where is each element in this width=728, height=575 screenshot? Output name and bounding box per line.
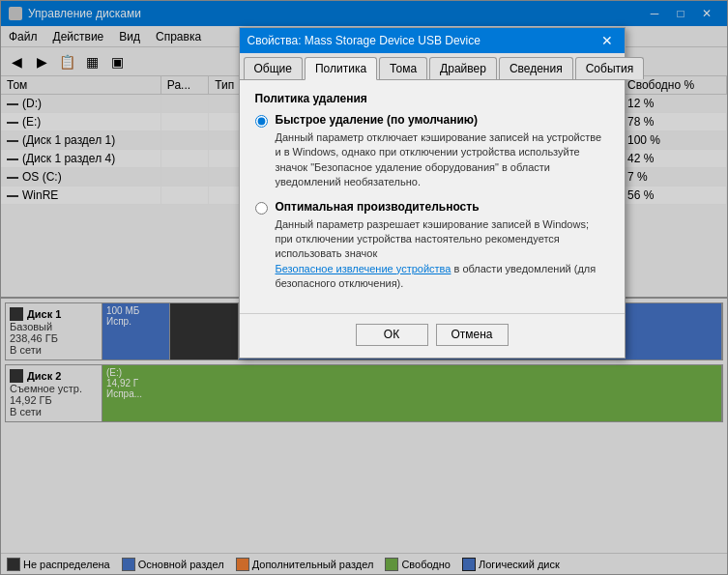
radio-2-group: Оптимальная производительность Данный па… (276, 200, 609, 292)
tab-driver[interactable]: Драйвер (429, 57, 497, 79)
radio-1-label: Быстрое удаление (по умолчанию) (276, 113, 609, 127)
modal-title-bar: Свойства: Mass Storage Device USB Device… (240, 28, 625, 53)
safe-removal-link[interactable]: Безопасное извлечение устройства (276, 263, 451, 274)
radio-1-group: Быстрое удаление (по умолчанию) Данный п… (276, 113, 609, 190)
radio-2-desc: Данный параметр разрешает кэширование за… (276, 218, 597, 290)
radio-option-2: Оптимальная производительность Данный па… (255, 200, 609, 292)
radio-fast-removal[interactable] (255, 115, 268, 128)
modal-close-button[interactable]: ✕ (597, 32, 617, 49)
radio-performance[interactable] (255, 202, 268, 215)
tab-general[interactable]: Общие (244, 57, 303, 79)
tab-events[interactable]: События (575, 57, 645, 79)
tab-volumes[interactable]: Тома (379, 57, 427, 79)
tab-details[interactable]: Сведения (499, 57, 573, 79)
modal-tabs: Общие Политика Тома Драйвер Сведения Соб… (240, 53, 625, 80)
modal-dialog: Свойства: Mass Storage Device USB Device… (239, 27, 626, 359)
section-title: Политика удаления (255, 92, 609, 105)
radio-1-desc: Данный параметр отключает кэширование за… (276, 131, 602, 187)
ok-button[interactable]: ОК (356, 324, 428, 346)
modal-buttons: ОК Отмена (240, 313, 625, 358)
cancel-button[interactable]: Отмена (436, 324, 509, 346)
modal-content: Политика удаления Быстрое удаление (по у… (240, 80, 625, 313)
radio-2-desc-1: Данный параметр разрешает кэширование за… (276, 218, 589, 260)
modal-overlay: Свойства: Mass Storage Device USB Device… (0, 0, 728, 575)
modal-title: Свойства: Mass Storage Device USB Device (248, 34, 480, 47)
radio-option-1: Быстрое удаление (по умолчанию) Данный п… (255, 113, 609, 190)
tab-policy[interactable]: Политика (305, 57, 377, 80)
radio-2-label: Оптимальная производительность (276, 200, 609, 214)
